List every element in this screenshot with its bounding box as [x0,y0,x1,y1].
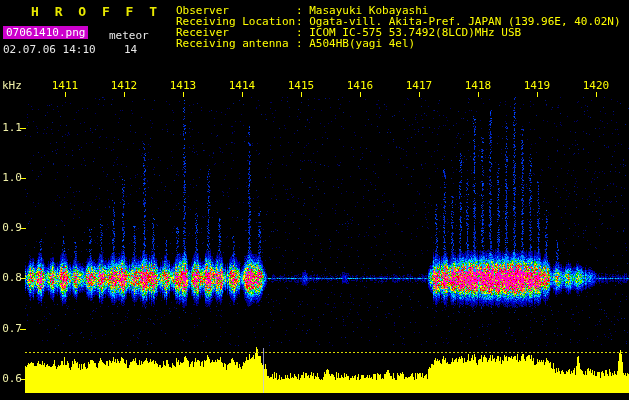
freq-axis-unit: kHz [2,80,22,91]
hrofft-screen: H R O F F T 07061410.png meteor 02.07.06… [0,0,629,400]
freq-tick-label: 1.1 [0,122,22,133]
time-tick-label: 1420 [583,80,610,91]
time-tick-label: 1415 [288,80,315,91]
spectrogram-canvas [0,0,629,400]
freq-tick-label: 1.0 [0,172,22,183]
time-tick-label: 1416 [347,80,374,91]
time-tick-label: 1417 [406,80,433,91]
echo-count-value: 14 [124,44,137,55]
filename-badge: 07061410.png [3,26,88,39]
time-tick-label: 1413 [170,80,197,91]
mode-label: meteor [109,30,149,41]
freq-tick-label: 0.7 [0,323,22,334]
info-row-antenna: Receiving antenna : A504HB(yagi 4el) [176,38,415,49]
time-tick-label: 1414 [229,80,256,91]
time-tick-label: 1419 [524,80,551,91]
time-tick-label: 1412 [111,80,138,91]
freq-tick-label: 0.6 [0,373,22,384]
freq-tick-label: 0.9 [0,222,22,233]
info-value-antenna: : A504HB(yagi 4el) [296,38,415,49]
freq-tick-label: 0.8 [0,272,22,283]
info-label-antenna: Receiving antenna [176,38,296,49]
time-tick-label: 1411 [52,80,79,91]
time-tick-label: 1418 [465,80,492,91]
app-title: H R O F F T [31,5,161,18]
datetime-label: 02.07.06 14:10 [3,44,96,55]
